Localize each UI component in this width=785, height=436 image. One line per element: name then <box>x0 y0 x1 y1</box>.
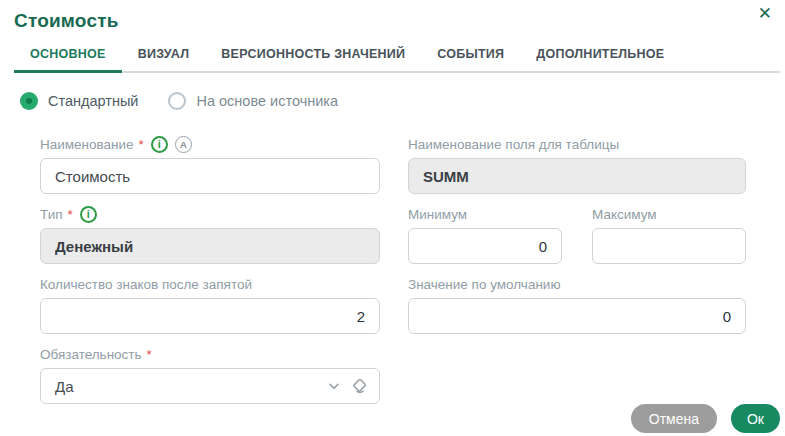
field-minimum-label-row: Минимум <box>408 204 562 224</box>
type-input <box>40 228 380 264</box>
min-max-row: Минимум Максимум <box>408 204 746 264</box>
eraser-clear-icon[interactable] <box>349 376 369 396</box>
mandatory-select[interactable]: Да <box>40 368 380 404</box>
mode-radio-group: Стандартный На основе источника <box>20 92 785 110</box>
tab-additional[interactable]: ДОПОЛНИТЕЛЬНОЕ <box>520 41 680 73</box>
field-table-name: Наименование поля для таблицы <box>408 134 746 194</box>
field-minimum-label: Минимум <box>408 207 467 222</box>
field-decimals-label: Количество знаков после запятой <box>40 277 252 292</box>
tab-events[interactable]: СОБЫТИЯ <box>421 41 520 73</box>
decimals-input[interactable] <box>40 298 380 334</box>
default-value-input[interactable] <box>408 298 746 334</box>
field-table-name-label: Наименование поля для таблицы <box>408 137 619 152</box>
tab-versioning[interactable]: ВЕРСИОННОСТЬ ЗНАЧЕНИЙ <box>205 41 421 73</box>
field-name: Наименование* i A <box>40 134 380 194</box>
cancel-button[interactable]: Отмена <box>631 404 717 433</box>
dialog-header: Стоимость ✕ <box>0 0 785 32</box>
required-mark: * <box>68 207 73 222</box>
select-icon-group <box>326 369 369 403</box>
required-mark: * <box>139 137 144 152</box>
maximum-input[interactable] <box>592 228 746 264</box>
field-table-name-label-row: Наименование поля для таблицы <box>408 134 746 154</box>
ok-button[interactable]: Ок <box>731 404 780 433</box>
info-icon[interactable]: i <box>80 206 97 223</box>
field-mandatory-label-row: Обязательность* <box>40 344 380 364</box>
tab-bar: ОСНОВНОЕ ВИЗУАЛ ВЕРСИОННОСТЬ ЗНАЧЕНИЙ СО… <box>14 41 780 73</box>
radio-standard[interactable]: Стандартный <box>20 92 138 110</box>
field-decimals-label-row: Количество знаков после запятой <box>40 274 380 294</box>
field-name-label-row: Наименование* i A <box>40 134 380 154</box>
info-icon[interactable]: i <box>151 136 168 153</box>
mandatory-select-value: Да <box>55 378 74 395</box>
dialog-footer: Отмена Ок <box>631 404 780 433</box>
cost-dialog: Стоимость ✕ ОСНОВНОЕ ВИЗУАЛ ВЕРСИОННОСТЬ… <box>0 0 785 436</box>
field-maximum: Максимум <box>592 204 746 264</box>
field-mandatory: Обязательность* Да <box>40 344 380 404</box>
field-decimals: Количество знаков после запятой <box>40 274 380 334</box>
tab-main[interactable]: ОСНОВНОЕ <box>14 41 122 73</box>
page-title: Стоимость <box>14 10 771 32</box>
field-name-label: Наименование <box>40 137 134 152</box>
field-maximum-label: Максимум <box>592 207 657 222</box>
tab-visual[interactable]: ВИЗУАЛ <box>122 41 206 73</box>
form-grid: Наименование* i A Наименование поля для … <box>40 134 785 404</box>
field-type-label: Тип <box>40 207 63 222</box>
letter-a-icon[interactable]: A <box>175 136 192 153</box>
close-icon[interactable]: ✕ <box>758 5 772 22</box>
field-default-value: Значение по умолчанию <box>408 274 746 334</box>
chevron-down-icon[interactable] <box>326 378 342 394</box>
radio-selected-icon <box>20 92 38 110</box>
required-mark: * <box>147 347 152 362</box>
radio-source-based[interactable]: На основе источника <box>168 92 338 110</box>
table-field-input <box>408 158 746 194</box>
radio-source-based-label: На основе источника <box>196 93 338 109</box>
radio-standard-label: Стандартный <box>48 93 138 109</box>
field-maximum-label-row: Максимум <box>592 204 746 224</box>
field-default-value-label: Значение по умолчанию <box>408 277 561 292</box>
field-mandatory-label: Обязательность <box>40 347 142 362</box>
minimum-input[interactable] <box>408 228 562 264</box>
radio-unselected-icon <box>168 92 186 110</box>
field-minimum: Минимум <box>408 204 562 264</box>
name-input[interactable] <box>40 158 380 194</box>
form-spacer <box>408 344 746 404</box>
field-type: Тип* i <box>40 204 380 264</box>
field-default-value-label-row: Значение по умолчанию <box>408 274 746 294</box>
field-type-label-row: Тип* i <box>40 204 380 224</box>
